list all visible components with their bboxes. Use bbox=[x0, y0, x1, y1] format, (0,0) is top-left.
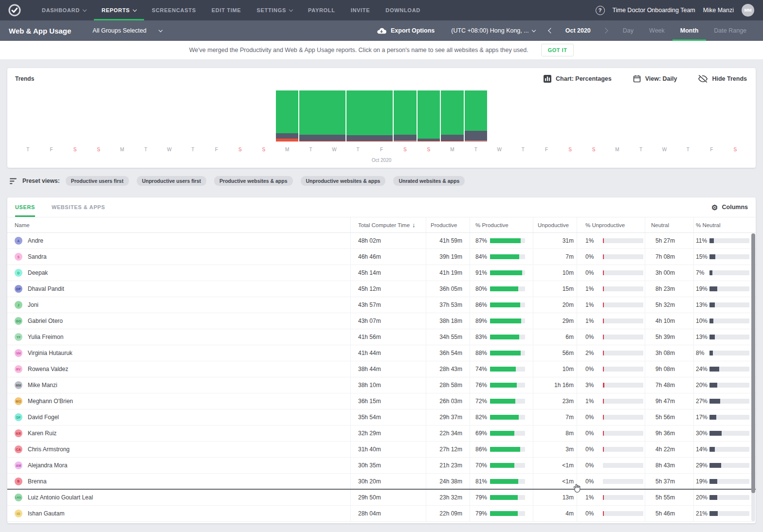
nav-item-dashboard[interactable]: DASHBOARD bbox=[34, 0, 94, 20]
team-name[interactable]: Time Doctor Onboarding Team bbox=[613, 7, 695, 14]
table-row: MMMike Manzi38h 10m28h 58m76%1h 16m3%7h … bbox=[7, 377, 756, 393]
user-name-cell[interactable]: AMAlejandra Mora bbox=[7, 458, 350, 473]
table-row: AAndre48h 02m41h 59m87%31m1%5h 27m11% bbox=[7, 233, 756, 249]
avatar: MO bbox=[15, 397, 22, 405]
hide-trends-button[interactable]: Hide Trends bbox=[698, 75, 747, 83]
preset-chip-5[interactable]: Unrated websites & apps bbox=[393, 176, 465, 186]
user-name-cell[interactable]: BBrenna bbox=[7, 474, 350, 489]
chart-bar-oct-20[interactable] bbox=[465, 90, 487, 142]
user-name: Dhaval Pandit bbox=[28, 285, 64, 292]
timezone-selector[interactable]: (UTC +08:00) Hong Kong, ... bbox=[451, 27, 535, 34]
table-row: MOMeghann O'Brien36h 15m26h 03m72%23m1%9… bbox=[7, 393, 756, 409]
export-options-button[interactable]: Export Options bbox=[377, 27, 435, 35]
user-name-cell[interactable]: DFDavid Fogel bbox=[7, 409, 350, 425]
chart-type-toggle[interactable]: Chart: Percentages bbox=[544, 75, 612, 83]
nav-item-settings[interactable]: SETTINGS bbox=[249, 0, 300, 20]
prev-month-button[interactable] bbox=[549, 29, 553, 33]
user-name-cell[interactable]: GOGabriel Otero bbox=[7, 313, 350, 329]
unproductive-bar bbox=[603, 399, 643, 404]
productive-time-cell: 38h 18m bbox=[426, 313, 470, 329]
preset-chip-4[interactable]: Unproductive websites & apps bbox=[301, 176, 386, 186]
productive-bar bbox=[490, 415, 525, 420]
pct-neutral-cell: 15% bbox=[693, 249, 756, 265]
user-name-cell[interactable]: SSandra bbox=[7, 249, 350, 265]
range-tab-week[interactable]: Week bbox=[641, 20, 672, 41]
columns-button[interactable]: ⚙ Columns bbox=[711, 204, 748, 211]
user-name-cell[interactable]: CAChris Armstrong bbox=[7, 442, 350, 457]
range-tab-day[interactable]: Day bbox=[615, 20, 641, 41]
nav-item-payroll[interactable]: PAYROLL bbox=[300, 0, 343, 20]
neutral-bar-fill bbox=[709, 399, 720, 404]
usage-table-card: USERSWEBSITES & APPS ⚙ Columns Name Tota… bbox=[7, 197, 756, 523]
nav-item-reports[interactable]: REPORTS bbox=[94, 0, 144, 20]
header-pct-unproductive[interactable]: % Unproductive bbox=[577, 217, 645, 232]
tab-websites-apps[interactable]: WEBSITES & APPS bbox=[52, 197, 105, 217]
user-name-cell[interactable]: KRKaren Ruiz bbox=[7, 426, 350, 441]
page-title: Web & App Usage bbox=[9, 27, 71, 35]
chart-bar-oct-19[interactable] bbox=[441, 90, 463, 142]
x-tick-label: F bbox=[535, 147, 558, 152]
user-name-cell[interactable]: IGIshan Gautam bbox=[7, 506, 350, 521]
user-name-cell[interactable]: LAGLLuiz Antonio Goulart Leal bbox=[7, 490, 350, 505]
preset-chip-3[interactable]: Productive websites & apps bbox=[214, 176, 292, 186]
unproductive-bar-fill bbox=[603, 270, 604, 275]
header-unproductive[interactable]: Unpoductive bbox=[533, 217, 577, 232]
header-pct-productive[interactable]: % Productive bbox=[470, 217, 533, 232]
user-name-cell[interactable]: MOMeghann O'Brien bbox=[7, 393, 350, 409]
header-name[interactable]: Name bbox=[7, 217, 350, 232]
got-it-button[interactable]: GOT IT bbox=[541, 44, 574, 56]
productive-bar-fill bbox=[490, 399, 515, 404]
next-month-button[interactable] bbox=[603, 29, 607, 33]
pct-productive-value: 74% bbox=[475, 366, 490, 372]
nav-item-download[interactable]: DOWNLOAD bbox=[378, 0, 428, 20]
user-name-cell[interactable]: AAndre bbox=[7, 233, 350, 248]
pct-productive-cell: 81% bbox=[470, 474, 533, 489]
nav-item-edit-time[interactable]: EDIT TIME bbox=[204, 0, 249, 20]
productive-time-cell: 28h 58m bbox=[426, 377, 470, 393]
header-productive[interactable]: Productive bbox=[426, 217, 470, 232]
neutral-bar-fill bbox=[709, 367, 719, 372]
user-name-cell[interactable]: YFYulia Freimon bbox=[7, 329, 350, 345]
table-scrollbar-thumb[interactable] bbox=[751, 233, 755, 493]
user-name-cell[interactable]: RVRowena Valdez bbox=[7, 361, 350, 377]
preset-chip-1[interactable]: Productive users first bbox=[66, 176, 129, 186]
header-pct-neutral[interactable]: % Neutral bbox=[693, 217, 756, 232]
segment-productive bbox=[394, 90, 416, 135]
pct-unproductive-value: 1% bbox=[585, 494, 603, 501]
unproductive-bar bbox=[603, 254, 643, 259]
chevron-down-icon bbox=[159, 28, 163, 32]
table-row: CAChris Armstrong31h 40m27h 12m86%3m0%4h… bbox=[7, 442, 756, 458]
unproductive-time-cell: 4m bbox=[533, 506, 577, 521]
chart-bar-oct-18[interactable] bbox=[418, 90, 440, 142]
user-avatar[interactable]: MM bbox=[742, 4, 754, 17]
tab-users[interactable]: USERS bbox=[15, 197, 35, 217]
view-mode-toggle[interactable]: View: Daily bbox=[633, 75, 677, 83]
nav-item-label: PAYROLL bbox=[308, 7, 335, 13]
pct-productive-cell: 82% bbox=[470, 409, 533, 425]
x-tick-label: S bbox=[228, 147, 252, 152]
chart-bar-oct-15-16[interactable] bbox=[346, 90, 393, 142]
user-name-cell[interactable]: VHVirginia Hutauruk bbox=[7, 345, 350, 361]
header-neutral[interactable]: Neutral bbox=[645, 217, 693, 232]
user-name[interactable]: Mike Manzi bbox=[703, 7, 734, 14]
header-total-computer-time[interactable]: Total Computer Time ↓ bbox=[350, 217, 426, 232]
user-name-cell[interactable]: DPDhaval Pandit bbox=[7, 281, 350, 297]
user-name-cell[interactable]: MMMike Manzi bbox=[7, 377, 350, 393]
preset-chip-2[interactable]: Unproductive users first bbox=[137, 176, 206, 186]
nav-item-invite[interactable]: INVITE bbox=[343, 0, 378, 20]
nav-item-screencasts[interactable]: SCREENCASTS bbox=[144, 0, 204, 20]
range-tab-date-range[interactable]: Date Range bbox=[706, 20, 754, 41]
time-doctor-logo-icon[interactable] bbox=[8, 3, 21, 17]
unproductive-bar-fill bbox=[603, 238, 604, 243]
chart-bar-oct-13-14[interactable] bbox=[299, 90, 345, 142]
chart-bar-oct-12[interactable] bbox=[276, 90, 298, 142]
x-tick-label: T bbox=[629, 147, 653, 152]
range-tab-month[interactable]: Month bbox=[672, 20, 706, 41]
groups-selector[interactable]: All Groups Selected bbox=[92, 27, 162, 34]
user-name-cell[interactable]: DDeepak bbox=[7, 265, 350, 281]
unproductive-time-cell: 7m bbox=[533, 409, 577, 425]
help-icon[interactable]: ? bbox=[596, 6, 605, 15]
neutral-bar bbox=[709, 286, 749, 291]
chart-bar-oct-17[interactable] bbox=[394, 90, 416, 142]
user-name-cell[interactable]: JJoni bbox=[7, 297, 350, 313]
